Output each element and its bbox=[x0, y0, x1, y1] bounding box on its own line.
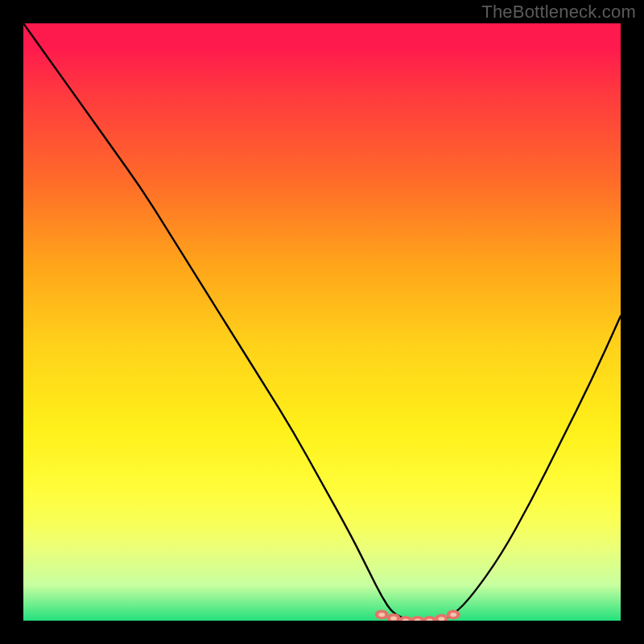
valley-marker bbox=[447, 610, 460, 620]
valley-marker bbox=[423, 616, 436, 621]
watermark-text: TheBottleneck.com bbox=[481, 2, 636, 23]
valley-marker bbox=[387, 613, 401, 621]
svg-point-1 bbox=[378, 613, 385, 617]
valley-marker bbox=[375, 610, 389, 620]
svg-point-13 bbox=[450, 613, 456, 617]
bottleneck-curve bbox=[23, 23, 621, 621]
plot-svg bbox=[23, 23, 621, 621]
valley-marker bbox=[411, 616, 424, 621]
valley-markers bbox=[375, 610, 460, 621]
chart-frame: TheBottleneck.com bbox=[0, 0, 644, 644]
svg-point-3 bbox=[390, 616, 397, 620]
valley-marker bbox=[435, 614, 448, 621]
